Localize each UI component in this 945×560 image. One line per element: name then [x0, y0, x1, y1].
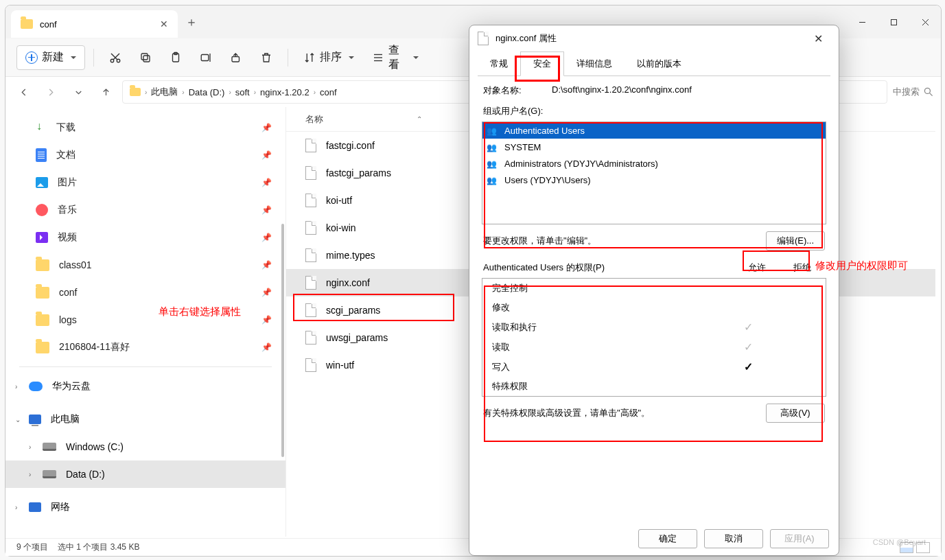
- breadcrumb[interactable]: conf: [320, 87, 337, 97]
- sidebar-scrollbar[interactable]: [281, 224, 284, 457]
- user-item[interactable]: SYSTEM: [482, 139, 826, 155]
- permission-row: 完全控制: [482, 279, 826, 298]
- advanced-row: 有关特殊权限或高级设置，请单击"高级"。 高级(V): [478, 397, 830, 430]
- file-icon: [305, 303, 316, 317]
- breadcrumb[interactable]: nginx-1.20.2: [260, 87, 310, 97]
- folder-icon: [21, 19, 33, 29]
- dialog-tabs: 常规 安全 详细信息 以前的版本: [478, 51, 830, 76]
- advanced-button[interactable]: 高级(V): [766, 404, 825, 423]
- dl-icon: [36, 122, 47, 133]
- user-item[interactable]: Authenticated Users: [482, 122, 826, 139]
- share-button[interactable]: [223, 45, 249, 70]
- object-path: D:\soft\nginx-1.20.2\conf\nginx.conf: [552, 84, 692, 97]
- minimize-button[interactable]: [846, 8, 878, 36]
- file-icon: [305, 221, 316, 235]
- dialog-footer: 确定 取消 应用(A): [638, 529, 829, 548]
- up-button[interactable]: [95, 81, 117, 103]
- cut-button[interactable]: [102, 45, 128, 70]
- forward-button[interactable]: [40, 81, 62, 103]
- delete-button[interactable]: [253, 45, 279, 70]
- search-stub[interactable]: 中搜索: [893, 86, 934, 98]
- vid-icon: [36, 232, 48, 243]
- tree-network[interactable]: ›网络: [5, 493, 285, 521]
- pc-icon: [29, 415, 41, 424]
- fold-icon: [36, 314, 49, 326]
- pin-icon: 📌: [261, 260, 272, 270]
- apply-button[interactable]: 应用(A): [770, 529, 829, 548]
- item-count: 9 个项目: [16, 541, 48, 553]
- sort-button[interactable]: 排序: [296, 45, 361, 70]
- breadcrumb[interactable]: 此电脑: [151, 86, 178, 98]
- new-button[interactable]: 新建: [16, 45, 85, 70]
- svg-rect-12: [201, 54, 209, 60]
- sidebar-item[interactable]: 下载📌: [5, 114, 285, 141]
- tab-general[interactable]: 常规: [478, 51, 520, 75]
- user-item[interactable]: Users (YDYJY\Users): [482, 172, 826, 188]
- rename-button[interactable]: [193, 45, 219, 70]
- dialog-titlebar[interactable]: nginx.conf 属性 ✕: [469, 25, 839, 51]
- svg-rect-14: [232, 56, 240, 62]
- breadcrumb[interactable]: Data (D:): [189, 87, 225, 97]
- plus-circle-icon: [25, 51, 38, 64]
- group-label: 组或用户名(G):: [478, 105, 830, 121]
- svg-rect-9: [141, 54, 148, 60]
- sidebar-item[interactable]: class01📌: [5, 251, 285, 279]
- music-icon: [36, 204, 48, 216]
- sidebar-item[interactable]: 2106804-11喜好📌: [5, 334, 285, 361]
- user-icon: [487, 159, 499, 168]
- tab-details[interactable]: 详细信息: [564, 51, 625, 75]
- tab-previous[interactable]: 以前的版本: [625, 51, 694, 75]
- properties-dialog: nginx.conf 属性 ✕ 常规 安全 详细信息 以前的版本 对象名称: D…: [469, 25, 839, 556]
- fold-icon: [36, 259, 49, 271]
- selection-info: 选中 1 个项目 3.45 KB: [58, 541, 139, 553]
- permission-row: 修改: [482, 298, 826, 317]
- user-item[interactable]: Administrators (YDYJY\Administrators): [482, 155, 826, 172]
- window-controls: [846, 8, 941, 36]
- sidebar-item[interactable]: 文档📌: [5, 141, 285, 169]
- new-tab-button[interactable]: ＋: [178, 14, 205, 30]
- users-list[interactable]: Authenticated UsersSYSTEMAdministrators …: [482, 121, 826, 224]
- copy-button[interactable]: [132, 45, 159, 70]
- svg-point-18: [924, 88, 930, 93]
- edit-button[interactable]: 编辑(E)...: [766, 231, 825, 250]
- dialog-close-button[interactable]: ✕: [806, 32, 830, 45]
- fold-icon: [36, 287, 49, 299]
- svg-rect-8: [143, 56, 150, 62]
- recent-button[interactable]: [67, 81, 89, 103]
- permission-row: 特殊权限: [482, 377, 826, 396]
- drive-icon: [43, 443, 56, 451]
- view-button[interactable]: 查看: [365, 45, 425, 70]
- tree-drive-d[interactable]: ›Data (D:): [5, 460, 285, 488]
- paste-button[interactable]: [163, 45, 189, 70]
- pin-icon: 📌: [261, 288, 272, 297]
- cancel-button[interactable]: 取消: [704, 529, 763, 548]
- back-button[interactable]: [12, 81, 34, 103]
- breadcrumb[interactable]: soft: [235, 87, 250, 97]
- tree-huawei-cloud[interactable]: ›华为云盘: [5, 373, 285, 400]
- sidebar[interactable]: 下载📌文档📌图片📌音乐📌视频📌class01📌conf📌logs📌2106804…: [5, 107, 285, 537]
- user-icon: [487, 126, 499, 135]
- sidebar-item[interactable]: logs📌: [5, 306, 285, 334]
- tree-this-pc[interactable]: ⌄此电脑: [5, 406, 285, 433]
- sidebar-item[interactable]: conf📌: [5, 279, 285, 306]
- sidebar-item[interactable]: 视频📌: [5, 224, 285, 251]
- user-icon: [487, 142, 499, 152]
- pin-icon: 📌: [261, 178, 272, 187]
- pin-icon: 📌: [261, 150, 272, 160]
- tab-security[interactable]: 安全: [520, 51, 564, 76]
- file-icon: [305, 248, 316, 262]
- dialog-title: nginx.conf 属性: [495, 32, 557, 45]
- svg-line-19: [930, 93, 933, 96]
- maximize-button[interactable]: [878, 8, 909, 36]
- pin-icon: 📌: [261, 205, 272, 215]
- img-icon: [36, 177, 48, 188]
- sidebar-item[interactable]: 音乐📌: [5, 196, 285, 224]
- ok-button[interactable]: 确定: [638, 529, 697, 548]
- close-window-button[interactable]: [909, 8, 941, 36]
- close-tab-icon[interactable]: ✕: [160, 19, 168, 30]
- sidebar-item[interactable]: 图片📌: [5, 169, 285, 196]
- permissions-box: 完全控制修改读取和执行✓读取✓写入✓特殊权限: [482, 278, 826, 397]
- tab-conf[interactable]: conf ✕: [11, 10, 178, 38]
- watermark: CSDN @Beyart: [873, 538, 926, 546]
- tree-drive-c[interactable]: ›Windows (C:): [5, 433, 285, 460]
